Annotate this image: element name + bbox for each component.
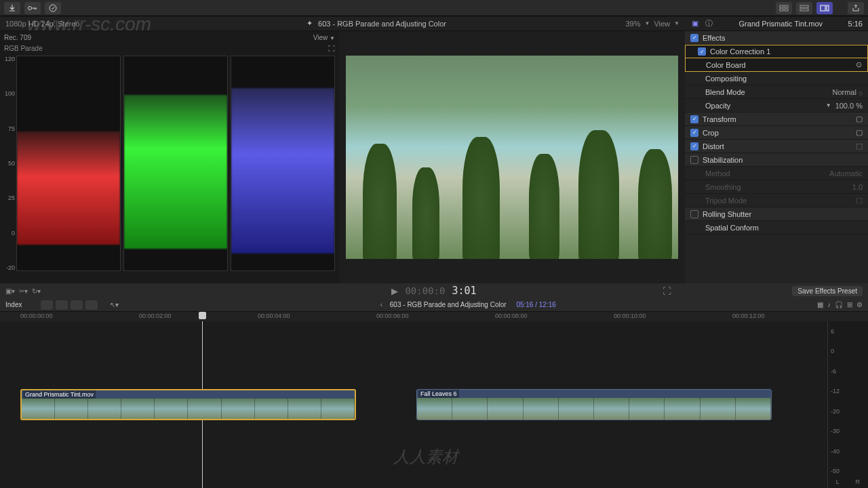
effects-section[interactable]: ✓ Effects xyxy=(685,31,868,45)
opacity-row[interactable]: Opacity ▼100.0 % xyxy=(685,99,868,113)
viewer-image[interactable] xyxy=(346,56,678,259)
smoothing-row: Smoothing 1.0 xyxy=(685,180,868,194)
color-board-disclosure-icon[interactable]: ⊙ xyxy=(856,60,862,69)
method-row: Method Automatic xyxy=(685,167,868,180)
keyword-button[interactable] xyxy=(24,2,41,14)
connect-clip-button[interactable] xyxy=(41,300,53,310)
solo-button[interactable]: 🎧 xyxy=(835,301,843,308)
distort-section[interactable]: ✓ Distort ⬚ xyxy=(685,140,868,153)
video-inspector-tab[interactable]: ▣ xyxy=(690,19,700,28)
crop-reset-icon[interactable]: ▢ xyxy=(856,128,863,137)
scope-expand-icon[interactable]: ⛶ xyxy=(328,45,335,52)
opacity-value[interactable]: 100.0 % xyxy=(835,102,863,110)
append-clip-button[interactable] xyxy=(71,300,83,310)
timeline-back-icon[interactable]: ‹ xyxy=(380,301,382,308)
timecode-current[interactable]: 3:01 xyxy=(452,285,476,297)
scope-type-label: RGB Parade xyxy=(4,45,43,52)
blend-mode-row[interactable]: Blend Mode Normal ◇ xyxy=(685,85,868,99)
transform-checkbox[interactable]: ✓ xyxy=(690,115,698,123)
info-inspector-tab[interactable]: ⓘ xyxy=(704,19,713,28)
audio-skimming-button[interactable]: ♪ xyxy=(827,301,831,308)
overwrite-clip-button[interactable] xyxy=(85,300,98,310)
browser-layout-button[interactable] xyxy=(776,2,792,14)
color-correction-label: Color Correction 1 xyxy=(710,47,770,56)
svg-rect-4 xyxy=(780,9,783,11)
spatial-conform-label: Spatial Conform xyxy=(705,224,759,232)
timeline-clip[interactable]: Fall Leaves 6 xyxy=(416,389,772,420)
compositing-section[interactable]: Compositing xyxy=(685,72,868,85)
playhead-head-icon[interactable] xyxy=(199,312,206,319)
meter-tick: -6 xyxy=(831,368,840,375)
tools-menu[interactable]: ✂▾ xyxy=(19,287,28,295)
viewer-panel xyxy=(339,31,685,283)
scope-view-menu[interactable]: View ▼ xyxy=(313,34,335,41)
timeline-header: Index ↖▾ ‹ 603 - RGB Parade and Adjustin… xyxy=(0,298,868,312)
retime-menu[interactable]: ↻▾ xyxy=(32,287,41,295)
zoom-level[interactable]: 39% xyxy=(625,20,640,28)
share-button[interactable] xyxy=(848,2,864,14)
timeline-clip[interactable]: Grand Prismatic Tint.mov xyxy=(20,389,356,420)
compositing-label: Compositing xyxy=(705,75,747,83)
index-button[interactable]: Index xyxy=(5,301,22,308)
blend-mode-label: Blend Mode xyxy=(705,88,745,96)
smoothing-value: 1.0 xyxy=(852,183,863,191)
spatial-conform-section[interactable]: Spatial Conform xyxy=(685,221,868,235)
playbar: ▣▾ ✂▾ ↻▾ ▶ 00:00:03:01 ⛶ Save Effects Pr… xyxy=(0,283,868,298)
save-effects-preset-button[interactable]: Save Effects Preset xyxy=(792,286,863,296)
rolling-shutter-label: Rolling Shutter xyxy=(703,210,751,218)
bg-tasks-button[interactable] xyxy=(45,2,61,14)
transform-reset-icon[interactable]: ▢ xyxy=(856,115,863,123)
clip-appearance-menu[interactable]: ▣▾ xyxy=(5,287,15,295)
scope-colorspace: Rec. 709 xyxy=(4,34,31,41)
blend-mode-value[interactable]: Normal xyxy=(832,88,856,96)
viewer-title-text: 603 - RGB Parade and Adjusting Color xyxy=(318,20,446,28)
distort-checkbox[interactable]: ✓ xyxy=(690,142,698,150)
main-toolbar xyxy=(0,0,868,16)
meter-tick: -30 xyxy=(831,428,840,434)
rolling-shutter-checkbox[interactable] xyxy=(690,210,698,218)
inspector-clip-name: Grand Prismatic Tint.mov xyxy=(739,20,823,28)
transform-label: Transform xyxy=(703,115,736,123)
timeline-ruler[interactable]: 00:00:00:0000:00:02:0000:00:04:0000:00:0… xyxy=(0,312,868,321)
color-board-row[interactable]: Color Board ⊙ xyxy=(685,58,868,72)
arrow-tool[interactable]: ↖▾ xyxy=(110,301,119,308)
method-label: Method xyxy=(705,169,730,178)
clip-name-label: Fall Leaves 6 xyxy=(418,390,459,398)
inspector-layout-button[interactable] xyxy=(816,2,833,14)
skimming-button[interactable]: ▦ xyxy=(817,301,823,308)
play-button[interactable]: ▶ xyxy=(391,286,398,296)
timeline-layout-button[interactable] xyxy=(796,2,812,14)
ruler-tick: 00:00:06:00 xyxy=(376,312,409,319)
effects-checkbox[interactable]: ✓ xyxy=(690,34,698,42)
svg-rect-2 xyxy=(780,5,783,7)
fullscreen-button[interactable]: ⛶ xyxy=(663,286,671,296)
inspector-clip-duration: 5:16 xyxy=(848,20,863,28)
ruler-tick: 00:00:02:00 xyxy=(139,312,172,319)
info-row: 1080p HD 24p, Stereo ✦ 603 - RGB Parade … xyxy=(0,16,868,31)
meter-tick: -12 xyxy=(831,388,840,394)
project-time: 05:16 / 12:16 xyxy=(516,301,555,308)
meter-tick: -20 xyxy=(831,408,840,415)
crop-section[interactable]: ✓ Crop ▢ xyxy=(685,126,868,140)
stabilization-checkbox[interactable] xyxy=(690,156,698,164)
inspector-panel: ✓ Effects ✓ Color Correction 1 Color Boa… xyxy=(685,31,868,283)
color-correction-checkbox[interactable]: ✓ xyxy=(698,47,706,56)
import-button[interactable] xyxy=(4,2,20,14)
wand-icon: ✦ xyxy=(307,19,313,28)
insert-clip-button[interactable] xyxy=(56,300,68,310)
rolling-shutter-section[interactable]: Rolling Shutter xyxy=(685,207,868,221)
timeline-tracks[interactable]: Grand Prismatic Tint.movFall Leaves 6 xyxy=(0,321,827,488)
tripod-checkbox: ▢ xyxy=(856,196,863,205)
crop-checkbox[interactable]: ✓ xyxy=(690,129,698,137)
snapping-button[interactable]: ⊞ xyxy=(847,301,852,308)
distort-reset-icon[interactable]: ⬚ xyxy=(856,142,863,150)
ruler-tick: 00:00:08:00 xyxy=(495,312,528,319)
stabilization-section[interactable]: Stabilization xyxy=(685,153,868,167)
transform-section[interactable]: ✓ Transform ▢ xyxy=(685,113,868,126)
opacity-slider-icon[interactable]: ▼ xyxy=(826,102,831,108)
distort-label: Distort xyxy=(703,142,724,150)
timeline-settings-button[interactable]: ⚙ xyxy=(856,301,863,308)
view-menu[interactable]: View xyxy=(654,20,670,28)
color-correction-row[interactable]: ✓ Color Correction 1 xyxy=(685,45,868,58)
timecode-prefix: 00:00:0 xyxy=(405,285,445,296)
